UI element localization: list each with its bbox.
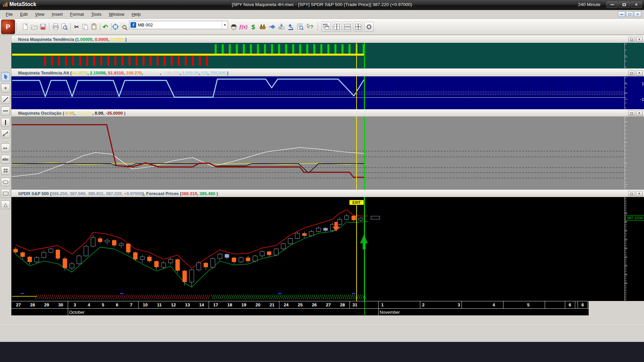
menu-edit[interactable]: Edit [16,11,31,18]
child-restore-button[interactable] [626,11,633,17]
powerconsole-button[interactable]: P [1,19,15,34]
panel-title-segment: 1.00000 [77,37,93,42]
periodicity-label: 240 Minute [578,2,600,7]
menu-file[interactable]: File [2,11,16,18]
green-cursor-line [364,301,365,316]
menu-insert[interactable]: Insert [48,11,66,18]
panel-chart-maquineta-oscilacao[interactable] [11,117,644,190]
tool-lr-button[interactable]: ◂▸ [1,143,10,152]
binoculars-button[interactable] [258,22,267,32]
cascade-button[interactable] [321,22,331,32]
tool-hline-button[interactable] [1,107,10,115]
maximize-button[interactable] [619,1,630,8]
panel-title-segment: , [199,70,201,75]
floppy-button[interactable] [38,22,48,32]
palette-grip[interactable] [4,141,8,142]
date-label: 6 [116,302,118,307]
date-separator [578,301,578,308]
panel-title-segment: 1,500.00 [182,70,199,75]
tileh-button[interactable] [343,22,352,32]
tool-triangle-button[interactable]: △ [1,200,10,209]
panel-3-close-button[interactable]: × [636,111,643,116]
docsearch-button[interactable] [296,22,305,32]
tool-rect-button[interactable] [1,189,10,198]
helpcursor-button[interactable]: ? [305,22,314,32]
panel-1-restore-button[interactable] [628,37,635,42]
panel-title-segment: -136.376 [162,70,179,75]
child-close-button[interactable]: × [634,11,641,17]
symbol-combobox[interactable]: f MB 002 ▼ [129,21,228,29]
date-label: 6 [569,302,571,307]
panel-4-close-button[interactable]: × [636,191,643,196]
tool-trendline-button[interactable] [1,95,10,104]
menu-tools[interactable]: Tools [88,11,105,18]
chevron-down-icon[interactable]: ▼ [222,21,228,28]
svg-text:?: ? [310,24,313,29]
panel-title-segment: , [123,70,126,75]
cut-button[interactable]: ✂ [72,22,81,32]
menu-window[interactable]: Window [105,11,128,18]
document-title: [SPY Nova Maquineta 4H.mwc - [SPY] SPDR … [0,2,644,7]
zoomfind-button[interactable] [119,22,129,32]
drawing-tool-palette: +SL◂▸abc△ [0,35,11,316]
folder-button[interactable] [30,22,39,32]
microscope-button[interactable] [286,22,296,32]
tilegrid-button[interactable] [354,22,363,32]
panel-title-maquineta-tendencia-alt: Maquineta Tendência Alt (54.3076, 2.1509… [11,69,644,76]
tool-sl-button[interactable]: SL [1,129,10,138]
date-label: 12 [171,302,176,307]
panel-2-restore-button[interactable] [628,70,635,76]
preview-button[interactable] [60,22,69,32]
menu-help[interactable]: Help [128,11,145,18]
fx-button[interactable]: ƒ(x) [238,22,248,32]
panel-title-segment: Maquineta Oscilação ( [18,111,64,116]
date-separator [545,301,545,308]
close-button[interactable]: × [631,1,642,8]
panel-title-segment: , [74,111,76,116]
panel-3-restore-button[interactable] [628,111,635,116]
copy-button[interactable] [80,22,90,32]
panel-title-nova-maquineta-tendencia: Nova Maquineta Tendência (1.00000, 0.000… [11,36,644,43]
tilev-button[interactable] [332,22,341,32]
panel-4-restore-button[interactable] [628,191,635,196]
panel-chart-maquineta-tendencia-alt[interactable] [11,76,644,109]
child-minimize-button[interactable] [618,11,625,17]
date-label: 18 [227,302,232,307]
menu-format[interactable]: Format [66,11,88,18]
tool-abc-button[interactable]: abc [1,155,10,164]
panel-title-segment: 0.00 [95,111,103,116]
tool-pointer-button[interactable] [1,72,10,81]
panel-title-segment: 51.8110 [108,70,123,75]
paste-button[interactable] [89,22,99,32]
date-separator [350,301,350,308]
arrowright-button[interactable] [267,22,277,32]
gearchart-button[interactable] [364,22,374,32]
date-label: 27 [326,302,331,307]
date-label: 25 [298,302,303,307]
date-label: 30 [58,302,63,307]
tool-crosshair-button[interactable]: + [1,84,10,93]
palette-grip[interactable] [4,70,8,71]
date-label: 28 [30,302,35,307]
dollar-button[interactable]: $ [249,22,258,32]
panel-1-close-button[interactable]: × [636,37,643,42]
menu-view[interactable]: View [31,11,48,18]
page-button[interactable] [21,22,30,32]
panel-title-segment: , [103,111,106,116]
tool-grid-button[interactable] [1,166,10,175]
panel-title-segment: , [208,70,210,75]
date-label: 20 [256,302,260,307]
panel-chart-nova-maquineta-tendencia[interactable] [11,43,644,68]
detective-button[interactable] [229,22,238,32]
date-label: 10 [143,302,148,307]
panel-2-close-button[interactable]: × [636,70,643,76]
minimize-button[interactable] [606,1,618,8]
tool-vline-button[interactable] [1,118,10,127]
printer-button[interactable] [51,22,60,32]
target-button[interactable] [111,22,120,32]
panel-chart-spdr-sp500[interactable] [11,197,644,301]
date-label: 28 [340,302,345,307]
tool-ellipse-button[interactable] [1,178,10,186]
deposit-button[interactable] [277,22,286,32]
undo-button[interactable]: ↶ [101,22,110,32]
